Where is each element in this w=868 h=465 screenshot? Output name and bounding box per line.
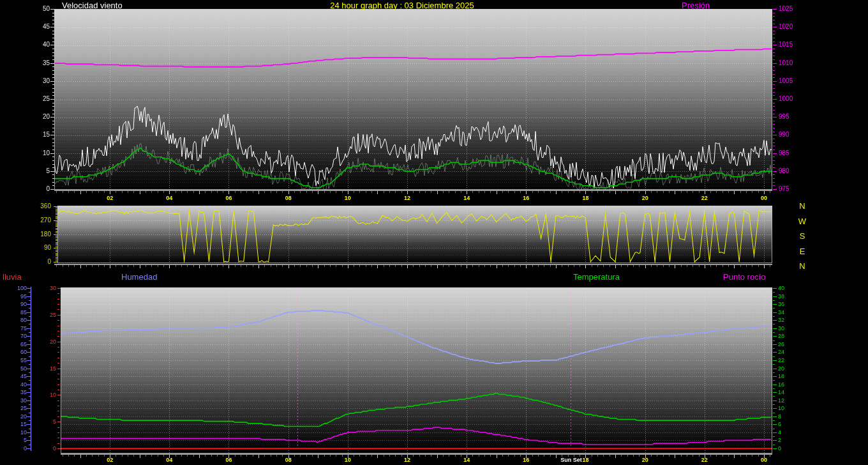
rain-axis-tick-label: 0 — [53, 446, 56, 452]
page-title: 24 hour graph day : 03 Diciembre 2025 — [330, 1, 474, 10]
hour-label-bottom: 00 — [761, 457, 767, 463]
humidity-axis-tick-label: 90 — [20, 301, 27, 307]
wind-axis-tick-label: 15 — [43, 132, 50, 138]
temperature-axis-tick-label: 6 — [778, 422, 781, 427]
humidity-axis-tick-label: 70 — [20, 333, 27, 339]
pressure-axis-tick-label: 1020 — [779, 24, 793, 30]
rain-axis-tick-label: 10 — [50, 392, 56, 398]
hour-label-bottom: 04 — [166, 457, 172, 463]
temperature-axis-tick-label: 14 — [778, 390, 784, 395]
pressure-title: Presión — [682, 1, 710, 10]
humidity-axis-tick-label: 85 — [20, 309, 27, 315]
temperature-axis-tick-label: 12 — [778, 397, 784, 403]
rain-axis-tick-label: 5 — [53, 419, 56, 425]
hour-label-bottom: 20 — [642, 457, 648, 463]
rain-axis-tick-label: 25 — [50, 312, 56, 317]
humidity-axis-tick-label: 60 — [20, 349, 27, 355]
humidity-axis-tick-label: 35 — [20, 390, 27, 395]
temperature-axis-tick-label: 32 — [778, 317, 784, 323]
humidity-axis-tick-label: 50 — [20, 365, 27, 371]
pressure-axis-tick-label: 975 — [779, 186, 789, 192]
compass-n2-label: N — [799, 262, 805, 270]
temperature-axis-tick-label: 36 — [778, 301, 784, 307]
weather-24h-graph-page: Velocidad viento 24 hour graph day : 03 … — [0, 0, 868, 465]
hour-label-top: 16 — [523, 195, 529, 201]
direction-axis-tick-label: 360 — [40, 203, 51, 210]
humidity-axis-tick-label: 80 — [20, 317, 27, 323]
hour-label-top: 08 — [285, 195, 292, 201]
pressure-axis-tick-label: 1005 — [779, 78, 793, 84]
pressure-axis-tick-label: 1015 — [779, 42, 793, 48]
wind-axis-tick-label: 0 — [46, 186, 50, 192]
temperature-axis-tick-label: 2 — [778, 438, 781, 443]
direction-axis-tick-label: 90 — [44, 245, 51, 251]
wind-axis-tick-label: 5 — [46, 168, 50, 174]
hour-label-bottom: 22 — [701, 457, 708, 463]
direction-axis-tick-label: 0 — [47, 259, 51, 265]
wind-speed-pressure-plot — [54, 9, 772, 190]
humidity-axis-tick-label: 100 — [17, 286, 27, 291]
temperature-axis-tick-label: 26 — [778, 341, 784, 347]
pressure-axis-tick-label: 980 — [779, 168, 789, 174]
hour-label-top: 18 — [582, 195, 588, 201]
humidity-axis-tick-label: 10 — [20, 429, 27, 435]
humidity-axis-tick-label: 5 — [24, 438, 27, 443]
temperature-axis-tick-label: 28 — [778, 333, 784, 339]
hour-label-top: 04 — [166, 195, 172, 201]
compass-s-label: S — [800, 232, 805, 240]
humidity-axis-tick-label: 95 — [20, 293, 27, 299]
hour-label-top: 22 — [701, 195, 708, 201]
pressure-axis-tick-label: 990 — [779, 132, 789, 138]
wind-axis-tick-label: 40 — [43, 42, 50, 48]
wind-axis-tick-label: 20 — [43, 114, 50, 120]
temperature-axis-tick-label: 4 — [778, 429, 781, 435]
wind-axis-tick-label: 50 — [43, 6, 50, 12]
pressure-axis-tick-label: 1025 — [779, 6, 793, 12]
wind-axis-tick-label: 25 — [43, 96, 50, 102]
wind-direction-plot — [57, 206, 772, 263]
direction-axis-tick-label: 180 — [40, 231, 51, 238]
temperature-axis-tick-label: 38 — [778, 293, 784, 299]
humidity-axis-tick-label: 55 — [20, 357, 27, 363]
temperature-axis-tick-label: 0 — [778, 446, 781, 452]
sunset-marker-label: Sun Set — [560, 457, 582, 463]
pressure-axis-tick-label: 995 — [779, 114, 789, 120]
direction-axis-tick-label: 270 — [40, 217, 51, 224]
humidity-axis-tick-label: 65 — [20, 341, 27, 347]
humidity-axis-tick-label: 15 — [20, 422, 27, 427]
hour-label-bottom: 18 — [582, 457, 588, 463]
rain-label: lluvia — [3, 272, 22, 282]
hour-label-bottom: 16 — [523, 457, 529, 463]
dew-point-label: Punto rocío — [723, 272, 766, 282]
humidity-axis-tick-label: 0 — [24, 446, 27, 452]
pressure-axis-tick-label: 1000 — [779, 96, 793, 102]
hour-label-bottom: 08 — [285, 457, 292, 463]
temperature-label: Temperatura — [573, 272, 620, 282]
humidity-temperature-dewpoint-rain-plot — [61, 287, 772, 454]
pressure-axis-tick-label: 1010 — [779, 60, 793, 66]
hour-label-top: 20 — [642, 195, 648, 201]
temperature-axis-tick-label: 30 — [778, 325, 784, 331]
humidity-axis-tick-label: 20 — [20, 413, 27, 419]
hour-label-top: 06 — [225, 195, 232, 201]
temperature-axis-tick-label: 20 — [778, 365, 784, 371]
rain-axis-tick-label: 30 — [50, 286, 56, 291]
temperature-axis-tick-label: 40 — [778, 286, 784, 291]
temperature-axis-tick-label: 10 — [778, 406, 784, 411]
rain-axis-tick-label: 15 — [50, 365, 56, 371]
hour-label-top: 10 — [345, 195, 351, 201]
temperature-axis-tick-label: 34 — [778, 309, 784, 315]
humidity-axis-tick-label: 30 — [20, 397, 27, 403]
temperature-axis-tick-label: 16 — [778, 381, 784, 387]
compass-n-label: N — [799, 202, 805, 210]
hour-label-top: 12 — [404, 195, 410, 201]
hour-label-bottom: 06 — [225, 457, 232, 463]
temperature-axis-tick-label: 18 — [778, 374, 784, 379]
humidity-axis-tick-label: 45 — [20, 374, 27, 379]
temperature-axis-tick-label: 8 — [778, 413, 781, 419]
compass-w-label: W — [798, 217, 806, 225]
wind-axis-tick-label: 45 — [43, 24, 50, 30]
wind-axis-tick-label: 30 — [43, 78, 50, 84]
humidity-axis-tick-label: 25 — [20, 406, 27, 411]
hour-label-bottom: 02 — [107, 457, 113, 463]
